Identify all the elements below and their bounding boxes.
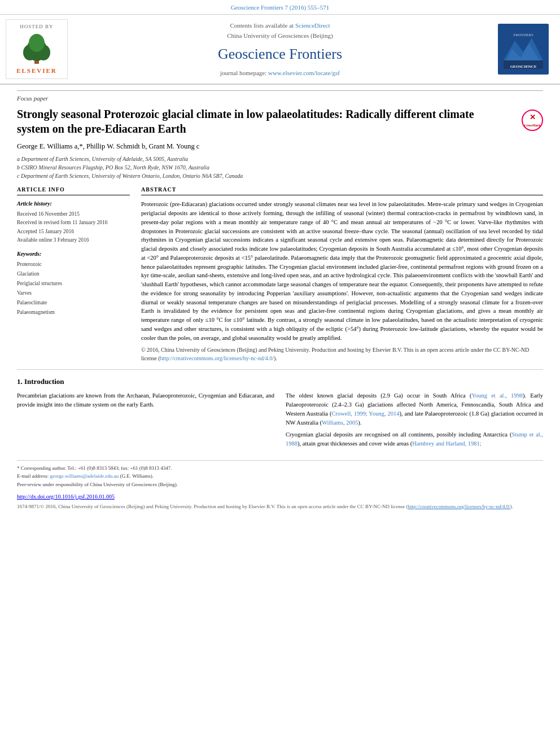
crowell-1999-link[interactable]: Crowell, 1999; Young, 2014 [331, 410, 399, 417]
journal-title: Geoscience Frontiers [218, 44, 342, 64]
journal-citation: Geoscience Frontiers 7 (2016) 555–571 [0, 0, 560, 15]
introduction-section: 1. Introduction Precambrian glaciations … [17, 377, 543, 452]
geoscience-frontiers-logo-area: GEOSCIENCE FRONTIERS [492, 19, 554, 79]
elsevier-logo-area: HOSTED BY ELSEVIER [6, 19, 68, 79]
right-column: ABSTRACT Proterozoic (pre-Ediacaran) gla… [141, 186, 543, 362]
keywords-label: Keywords: [17, 250, 130, 258]
sciencedirect-link[interactable]: ScienceDirect [295, 22, 330, 29]
svg-point-4 [29, 34, 45, 52]
keyword-5: Palaeoclimate [17, 298, 130, 308]
contents-line: Contents lists available at ScienceDirec… [230, 21, 330, 30]
keyword-6: Palaeomagnetism [17, 308, 130, 317]
authors-line: George E. Williams a,*, Phillip W. Schmi… [17, 142, 543, 152]
crossmark-icon: ✕ [530, 112, 536, 123]
keyword-2: Glaciation [17, 269, 130, 279]
email-link[interactable]: george.williams@adelaide.edu.au [50, 473, 119, 479]
intro-section-title: 1. Introduction [17, 377, 543, 387]
intro-p1: Precambrian glaciations are known from t… [17, 391, 274, 409]
title-row: Strongly seasonal Proterozoic glacial cl… [17, 107, 543, 136]
copyright-line: © 2016, China University of Geosciences … [141, 346, 543, 362]
corresponding-author-note: * Corresponding author. Tel.: +61 (0)8 8… [17, 464, 543, 472]
elsevier-tree-icon [14, 33, 59, 67]
williams-2005-link[interactable]: Williams, 2005 [322, 420, 358, 426]
hambrey-harland-link[interactable]: Hambrey and Harland, 1981; [412, 440, 481, 447]
affiliation-b: b CSIRO Mineral Resources Flagship, PO B… [17, 163, 543, 172]
journal-url-link[interactable]: www.elsevier.com/locate/gsf [268, 69, 340, 76]
university-line: China University of Geosciences (Beijing… [227, 32, 333, 40]
intro-right-col: The oldest known glacial deposits (2.9 G… [286, 391, 543, 452]
crossmark-badge[interactable]: ✕ CrossMark [522, 110, 543, 131]
license-url-link[interactable]: http://creativecommons.org/licenses/by-n… [408, 504, 510, 509]
available-online: Available online 3 February 2016 [17, 236, 130, 244]
keyword-3: Periglacial structures [17, 279, 130, 289]
footnotes-area: * Corresponding author. Tel.: +61 (0)8 8… [17, 460, 543, 488]
elsevier-label: ELSEVIER [16, 67, 57, 75]
email-note: E-mail address: george.williams@adelaide… [17, 472, 543, 480]
article-history-label: Article history: [17, 200, 130, 208]
license-line: 1674-9871/© 2016, China University of Ge… [17, 503, 543, 511]
doi-link[interactable]: http://dx.doi.org/10.1016/j.gsf.2016.01.… [17, 493, 115, 500]
received-revised: Received in revised form 11 January 2016 [17, 219, 130, 227]
abstract-text: Proterozoic (pre-Ediacaran) glaciations … [141, 200, 543, 342]
affiliation-a: a Department of Earth Sciences, Universi… [17, 155, 543, 163]
gf-logo-graphic: GEOSCIENCE FRONTIERS [504, 29, 543, 69]
journal-header-center: Contents lists available at ScienceDirec… [72, 19, 488, 79]
svg-text:GEOSCIENCE: GEOSCIENCE [510, 64, 537, 69]
gf-logo: GEOSCIENCE FRONTIERS [498, 24, 549, 75]
article-title: Strongly seasonal Proterozoic glacial cl… [17, 107, 497, 136]
intro-left-col: Precambrian glaciations are known from t… [17, 391, 274, 452]
svg-text:FRONTIERS: FRONTIERS [513, 33, 533, 37]
section-divider [17, 369, 543, 370]
hosted-by-label: HOSTED BY [20, 23, 53, 30]
received-original: Received 16 November 2015 [17, 210, 130, 219]
abstract-header: ABSTRACT [141, 186, 543, 195]
affiliation-c: c Department of Earth Sciences, Universi… [17, 172, 543, 180]
article-info-header: ARTICLE INFO [17, 186, 130, 195]
doi-area: http://dx.doi.org/10.1016/j.gsf.2016.01.… [17, 493, 543, 511]
peer-review-note: Peer-review under responsibility of Chin… [17, 480, 543, 488]
keyword-4: Varves [17, 289, 130, 298]
focus-paper-label: Focus paper [17, 90, 543, 103]
left-column: ARTICLE INFO Article history: Received 1… [17, 186, 130, 362]
main-content: Focus paper Strongly seasonal Proterozoi… [0, 85, 560, 516]
intro-right-p2: Cryogenian glacial deposits are recognis… [286, 430, 543, 448]
crossmark-label: CrossMark [524, 123, 540, 128]
intro-two-col: Precambrian glaciations are known from t… [17, 391, 543, 452]
keywords-list: Proterozoic Glaciation Periglacial struc… [17, 260, 130, 318]
journal-header: HOSTED BY ELSEVIER Contents lists availa… [0, 15, 560, 85]
intro-right-p1: The oldest known glacial deposits (2.9 G… [286, 391, 543, 427]
keyword-1: Proterozoic [17, 260, 130, 269]
accepted-date: Accepted 15 January 2016 [17, 228, 130, 236]
affiliations: a Department of Earth Sciences, Universi… [17, 155, 543, 180]
cc-license-link[interactable]: http://creativecommons.org/licenses/by-n… [160, 355, 274, 361]
doi-line: http://dx.doi.org/10.1016/j.gsf.2016.01.… [17, 493, 543, 501]
article-info-abstract: ARTICLE INFO Article history: Received 1… [17, 186, 543, 362]
young-1998-link[interactable]: Young et al., 1998 [471, 392, 522, 399]
journal-homepage: journal homepage: www.elsevier.com/locat… [220, 69, 340, 77]
